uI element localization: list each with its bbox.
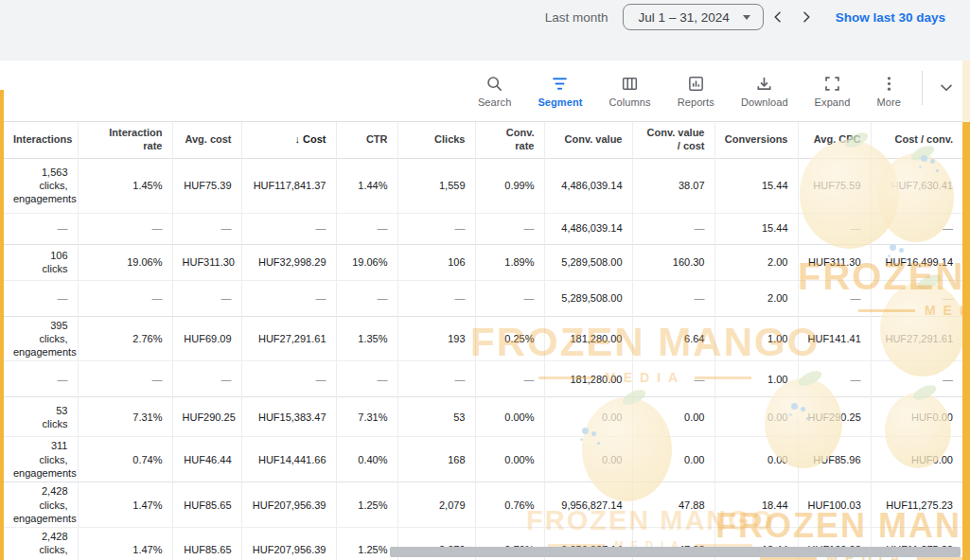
cell-avg-cost: HUF85.65 (172, 482, 241, 528)
cell-cost: — (241, 280, 336, 316)
cell-interactions: 106 clicks (4, 244, 78, 280)
cell-cost-conv: — (871, 213, 962, 244)
expand-button[interactable]: Expand (815, 72, 851, 110)
cell-interaction-rate: 19.06% (78, 244, 172, 280)
cell-cost: HUF32,998.29 (241, 244, 336, 280)
cell-avg-cpc: — (798, 213, 871, 244)
cell-cost-conv: HUF11,275.23 (871, 482, 962, 528)
column-header-cost[interactable]: ↓Cost (241, 122, 336, 158)
cell-conv-rate: 0.00% (475, 397, 544, 437)
cell-conv-value-cost: 6.64 (632, 316, 714, 361)
chevron-left-icon (770, 9, 785, 25)
cell-avg-cost: HUF290.25 (172, 397, 241, 437)
search-icon (485, 74, 503, 93)
cell-conv-rate: 0.00% (475, 437, 544, 482)
cell-interaction-rate: 0.74% (78, 437, 172, 482)
column-header-interaction-rate[interactable]: Interaction rate (78, 122, 172, 158)
toolbar-divider (922, 71, 923, 105)
cell-cost: HUF14,441.66 (241, 437, 336, 482)
column-header-ctr[interactable]: CTR (336, 122, 397, 158)
cell-conversions: 2.00 (714, 280, 798, 316)
cell-conv-value-cost: — (632, 361, 714, 397)
cell-ctr: — (336, 361, 397, 397)
cell-clicks: 168 (397, 437, 475, 482)
next-period-button[interactable] (795, 6, 818, 28)
column-header-avg-cpc[interactable]: Avg. CPC (798, 122, 871, 158)
collapse-toolbar-button[interactable] (932, 74, 961, 102)
column-header-avg-cost[interactable]: Avg. cost (172, 122, 241, 158)
segment-button[interactable]: Segment (538, 72, 582, 110)
date-picker-button[interactable]: Jul 1 – 31, 2024 (623, 4, 764, 30)
cell-interactions: 395 clicks, engagements (4, 316, 78, 361)
cell-conv-value-cost: 0.00 (632, 397, 714, 437)
segment-label: Segment (538, 96, 582, 108)
cell-interactions: — (4, 213, 78, 244)
cell-cost-conv: HUF16,499.14 (871, 244, 962, 280)
search-button[interactable]: Search (478, 72, 511, 110)
cell-clicks: — (397, 361, 475, 397)
column-header-conversions[interactable]: Conversions (714, 122, 798, 158)
cell-conv-rate: 0.25% (475, 316, 544, 361)
cell-clicks: — (397, 280, 475, 316)
cell-conversions: 1.00 (714, 316, 798, 361)
cell-avg-cost: HUF69.09 (172, 316, 241, 361)
column-header-clicks[interactable]: Clicks (397, 122, 475, 158)
cell-cost-conv: HUF0.00 (871, 437, 962, 482)
column-header-conv-value[interactable]: Conv. value (544, 122, 632, 158)
table-row: ———————5,289,508.00—2.00—— (4, 280, 962, 316)
column-header-conv-rate[interactable]: Conv. rate (475, 122, 544, 158)
expand-label: Expand (815, 96, 851, 108)
columns-button[interactable]: Columns (609, 72, 651, 110)
column-header-cost-conv[interactable]: Cost / conv. (871, 122, 962, 158)
cell-interaction-rate: 2.76% (78, 316, 172, 361)
search-label: Search (478, 96, 511, 108)
cell-cost-conv: — (871, 280, 962, 316)
previous-period-button[interactable] (767, 6, 789, 28)
cell-ctr: 19.06% (336, 244, 397, 280)
cell-avg-cost: — (172, 213, 241, 244)
cell-interaction-rate: — (78, 213, 172, 244)
cell-ctr: 0.40% (336, 437, 397, 482)
cell-avg-cost: HUF75.39 (172, 158, 241, 213)
cell-interactions: 1,563 clicks, engagements (4, 158, 78, 213)
table-row: 1,563 clicks, engagements1.45%HUF75.39HU… (4, 158, 962, 213)
cell-ctr: 1.25% (336, 482, 397, 528)
show-last-30-days-link[interactable]: Show last 30 days (836, 10, 945, 25)
cell-cost: HUF207,956.39 (241, 528, 336, 560)
cell-cost-conv: — (871, 361, 962, 397)
cell-interaction-rate: 1.45% (78, 158, 172, 213)
cell-conv-rate: 0.99% (475, 158, 544, 213)
table-toolbar: SearchSegmentColumnsReportsDownloadExpan… (0, 61, 970, 122)
column-header-interactions[interactable]: Interactions (4, 122, 78, 158)
statistics-table: InteractionsInteraction rateAvg. cost↓Co… (4, 122, 962, 560)
dropdown-caret-icon (743, 15, 750, 20)
toolbar-items: SearchSegmentColumnsReportsDownloadExpan… (465, 72, 914, 110)
cell-cost-conv: HUF7,630.41 (871, 158, 962, 213)
cell-interactions: — (4, 361, 78, 397)
cell-conversions: 1.00 (714, 361, 798, 397)
cell-conv-value: 5,289,508.00 (544, 280, 632, 316)
cell-conv-value-cost: 47.88 (632, 482, 714, 528)
cell-interactions: 311 clicks, engagements (4, 437, 78, 482)
statistics-table-zone: InteractionsInteraction rateAvg. cost↓Co… (0, 122, 970, 560)
download-button[interactable]: Download (741, 72, 788, 110)
left-edge-stripe (0, 90, 4, 560)
more-button[interactable]: More (877, 72, 901, 110)
column-header-conv-value-cost[interactable]: Conv. value / cost (632, 122, 714, 158)
cell-conv-value: 4,486,039.14 (544, 213, 632, 244)
cell-conv-value: 0.00 (544, 437, 632, 482)
cell-ctr: 1.25% (336, 528, 397, 560)
table-row: 311 clicks, engagements0.74%HUF46.44HUF1… (4, 437, 962, 482)
table-row: ———————181,280.00—1.00—— (4, 361, 962, 397)
reports-icon (687, 74, 705, 93)
horizontal-scrollbar[interactable] (390, 547, 961, 557)
cell-avg-cpc: HUF290.25 (798, 397, 871, 437)
cell-cost-conv: HUF0.00 (871, 397, 962, 437)
reports-button[interactable]: Reports (678, 72, 714, 110)
cell-interactions: — (4, 280, 78, 316)
cell-conv-rate: — (475, 361, 544, 397)
cell-interaction-rate: 7.31% (78, 397, 172, 437)
cell-conv-value-cost: 160.30 (632, 244, 714, 280)
cell-cost: HUF117,841.37 (241, 158, 336, 213)
cell-avg-cpc: HUF75.59 (798, 158, 871, 213)
